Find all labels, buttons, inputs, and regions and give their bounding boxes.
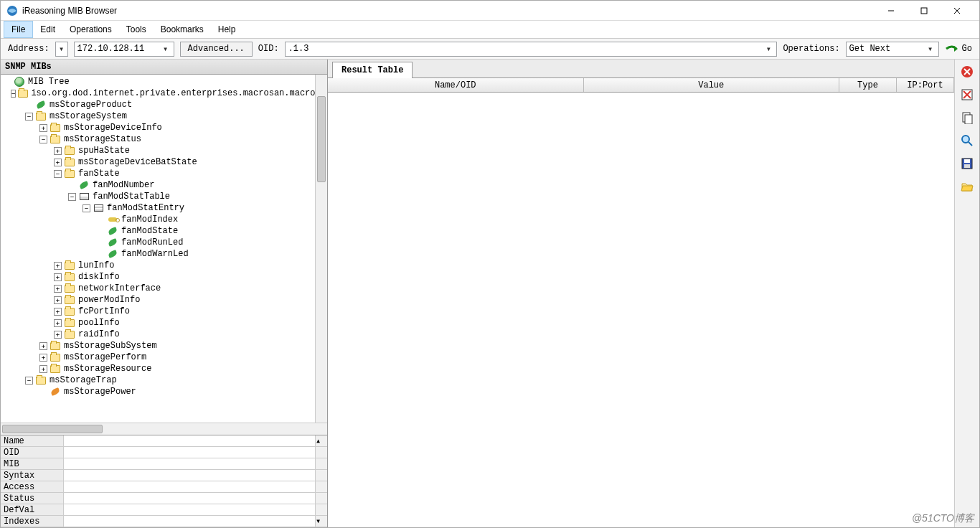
expand-toggle[interactable]: − [68,193,76,201]
open-folder-icon[interactable] [959,179,975,194]
address-combo[interactable]: 172.10.128.11 ▾ [74,42,174,57]
address-value: 172.10.128.11 [77,44,145,54]
props-scroll-down[interactable]: ▾ [315,516,327,527]
tree-node-fanModState[interactable]: fanModState [121,226,178,236]
chevron-down-icon: ▾ [925,44,936,55]
delete-icon[interactable] [959,64,975,80]
go-label: Go [962,44,972,54]
titlebar: iReasoning MIB Browser [1,1,979,21]
tree-node-msStorageTrap[interactable]: msStorageTrap [50,375,117,385]
tree-root[interactable]: MIB Tree [28,77,70,87]
folder-icon [64,306,75,316]
tree-node-spuHaState[interactable]: spuHaState [78,146,130,156]
expand-toggle[interactable]: + [54,296,62,304]
tree-node-msStorageResource[interactable]: msStorageResource [64,364,151,374]
tree-node-msStorageDeviceBatState[interactable]: msStorageDeviceBatState [78,157,197,167]
tree-node-poolInfo[interactable]: poolInfo [78,318,120,328]
table-icon [78,192,90,202]
tree-node-msStoragePerform[interactable]: msStoragePerform [64,352,146,362]
tree-node-msStorageDeviceInfo[interactable]: msStorageDeviceInfo [64,123,162,133]
advanced-button[interactable]: Advanced... [180,42,253,57]
col-value[interactable]: Value [584,78,840,92]
expand-toggle[interactable]: + [54,262,62,270]
menu-operations[interactable]: Operations [62,21,119,38]
tree-node-raidInfo[interactable]: raidInfo [78,329,120,339]
tree-node-msStorageStatus[interactable]: msStorageStatus [64,134,141,144]
tree-node-fanModStatTable[interactable]: fanModStatTable [93,192,170,202]
menu-edit[interactable]: Edit [33,21,62,38]
expand-toggle[interactable]: + [54,159,62,166]
address-history-dropdown[interactable]: ▾ [55,42,68,57]
expand-toggle[interactable]: + [54,308,62,316]
tree-vertical-scrollbar[interactable] [315,75,327,423]
tree-horizontal-scrollbar[interactable] [1,423,327,435]
tree-node-fanModWarnLed[interactable]: fanModWarnLed [121,249,189,259]
clear-table-icon[interactable] [959,87,975,103]
tree-node-msStorageSubSystem[interactable]: msStorageSubSystem [64,341,157,351]
menu-file[interactable]: File [4,21,33,38]
menubar: File Edit Operations Tools Bookmarks Hel… [1,21,979,38]
result-grid-body[interactable] [328,93,954,527]
go-button[interactable]: Go [945,43,972,55]
maximize-button[interactable] [908,1,941,21]
expand-toggle[interactable]: + [54,331,62,339]
tree-node-networkInterface[interactable]: networkInterface [78,283,161,293]
expand-toggle[interactable]: + [54,273,62,281]
property-grid: Name▴ OID MIB Syntax Access Status DefVa… [1,435,327,527]
folder-icon [50,341,61,351]
oid-field[interactable]: .1.3 ▾ [285,42,778,57]
expand-toggle[interactable]: − [25,113,33,121]
props-scroll-up[interactable]: ▴ [315,435,327,446]
expand-toggle[interactable]: + [39,354,47,362]
tree-node-fcPortInfo[interactable]: fcPortInfo [78,306,130,316]
col-type[interactable]: Type [839,78,897,92]
tree-node-path[interactable]: iso.org.dod.internet.private.enterprises… [31,88,327,98]
expand-toggle[interactable]: + [39,124,47,132]
expand-toggle[interactable]: + [54,319,62,327]
menu-help[interactable]: Help [211,21,243,38]
col-name-oid[interactable]: Name/OID [328,78,584,92]
tree-node-fanModStatEntry[interactable]: fanModStatEntry [107,203,184,213]
tree-node-fanModNumber[interactable]: fanModNumber [93,180,154,190]
operations-combo[interactable]: Get Next ▾ [846,42,939,57]
tree-node-msStoragePower[interactable]: msStoragePower [64,387,136,397]
leaf-icon [78,180,90,190]
mib-tree[interactable]: MIB Tree −iso.org.dod.internet.private.e… [1,75,327,423]
tree-node-powerModInfo[interactable]: powerModInfo [78,295,140,305]
expand-toggle[interactable]: + [54,285,62,293]
tree-node-diskInfo[interactable]: diskInfo [78,272,120,282]
close-button[interactable] [941,1,974,21]
expand-toggle[interactable]: − [11,90,16,98]
tree-node-msStorageProduct[interactable]: msStorageProduct [50,100,132,110]
tree-node-fanModIndex[interactable]: fanModIndex [121,214,178,225]
menu-bookmarks[interactable]: Bookmarks [154,21,211,38]
save-icon[interactable] [959,156,975,171]
expand-toggle[interactable]: + [39,365,47,373]
right-pane: Result Table Name/OID Value Type IP:Port [328,60,979,527]
minimize-button[interactable] [875,1,908,21]
tree-node-msStorageSystem[interactable]: msStorageSystem [50,111,127,121]
copy-icon[interactable] [959,110,975,126]
prop-key-syntax: Syntax [1,470,64,481]
expand-toggle[interactable]: − [54,170,62,178]
chevron-down-icon: ▾ [763,44,773,55]
expand-toggle[interactable]: − [39,136,47,143]
prop-key-access: Access [1,481,64,492]
svg-rect-12 [965,115,972,124]
expand-toggle[interactable]: − [83,204,90,212]
expand-toggle[interactable]: + [54,147,62,155]
prop-val-indexes [64,516,315,527]
menu-tools[interactable]: Tools [119,21,154,38]
prop-val-status [64,493,315,504]
prop-key-indexes: Indexes [1,516,64,527]
search-icon[interactable] [959,133,975,148]
tab-result-table[interactable]: Result Table [332,62,413,78]
tree-node-lunInfo[interactable]: lunInfo [78,260,114,270]
folder-icon [64,272,75,282]
tree-node-fanState[interactable]: fanState [78,169,120,179]
col-ipport[interactable]: IP:Port [897,78,954,92]
tree-node-fanModRunLed[interactable]: fanModRunLed [121,237,183,248]
expand-toggle[interactable]: + [39,342,47,350]
operations-label: Operations: [783,44,839,54]
expand-toggle[interactable]: − [25,377,33,385]
